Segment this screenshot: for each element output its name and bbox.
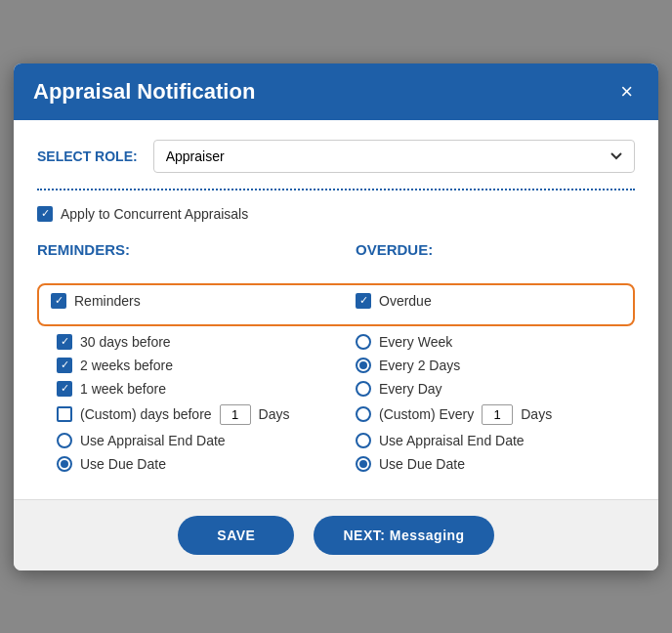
cb-2weeks[interactable]: ✓	[57, 358, 72, 373]
overdue-options: Every Week Every 2 Days Every Day (Custo…	[336, 334, 635, 480]
reminders-main-label: Reminders	[74, 293, 141, 309]
close-button[interactable]: ×	[614, 79, 639, 105]
radio-end-date[interactable]	[57, 433, 72, 448]
reminders-options: ✓ 30 days before ✓ 2 weeks before ✓ 1 we…	[37, 334, 336, 480]
dialog-body: SELECT ROLE: Appraiser Reviewer Manager …	[14, 120, 658, 499]
dotted-divider	[37, 189, 635, 190]
overdue-header: OVERDUE:	[356, 241, 635, 258]
reminders-header: REMINDERS:	[37, 241, 316, 258]
overdue-option-every-day: Every Day	[356, 381, 635, 397]
dialog-title: Appraisal Notification	[33, 79, 255, 105]
overdue-main-label: Overdue	[379, 293, 432, 309]
select-role-label: SELECT ROLE:	[37, 148, 138, 164]
appraisal-notification-dialog: Appraisal Notification × SELECT ROLE: Ap…	[14, 63, 658, 570]
overdue-main-checkbox[interactable]: ✓	[356, 293, 371, 309]
reminders-option-due-date: Use Due Date	[37, 456, 316, 472]
reminders-option-1week: ✓ 1 week before	[37, 381, 316, 397]
custom-days-input[interactable]	[220, 404, 251, 425]
highlight-section: ✓ Reminders ✓ Overdue	[37, 283, 635, 326]
select-role-row: SELECT ROLE: Appraiser Reviewer Manager	[37, 140, 635, 173]
cb-1week[interactable]: ✓	[57, 381, 72, 397]
overdue-main-row: ✓ Overdue	[356, 293, 621, 309]
cb-custom-days[interactable]	[57, 406, 72, 422]
overdue-custom-input[interactable]	[482, 404, 513, 425]
overdue-option-due-date: Use Due Date	[356, 456, 635, 472]
reminders-option-custom: (Custom) days before Days	[37, 404, 316, 425]
dialog-footer: SAVE NEXT: Messaging	[14, 499, 658, 570]
radio-due-date[interactable]	[57, 456, 72, 472]
role-select[interactable]: Appraiser Reviewer Manager	[153, 140, 635, 173]
reminders-main-checkbox[interactable]: ✓	[51, 293, 66, 309]
radio-overdue-end-date[interactable]	[356, 433, 371, 448]
save-button[interactable]: SAVE	[178, 516, 294, 555]
concurrent-checkbox[interactable]: ✓	[37, 206, 53, 222]
radio-every-week[interactable]	[356, 334, 371, 350]
reminders-main-col: ✓ Reminders	[51, 293, 336, 316]
radio-overdue-due-date[interactable]	[356, 456, 371, 472]
reminders-option-2weeks: ✓ 2 weeks before	[37, 358, 316, 373]
reminders-option-end-date: Use Appraisal End Date	[37, 433, 316, 448]
concurrent-row: ✓ Apply to Concurrent Appraisals	[37, 206, 635, 222]
radio-every-day[interactable]	[356, 381, 371, 397]
overdue-option-custom: (Custom) Every Days	[356, 404, 635, 425]
radio-every-2days[interactable]	[356, 358, 371, 373]
radio-custom-every[interactable]	[356, 406, 371, 422]
overdue-main-col: ✓ Overdue	[336, 293, 621, 316]
reminders-main-row: ✓ Reminders	[51, 293, 316, 309]
concurrent-label: Apply to Concurrent Appraisals	[61, 206, 248, 222]
next-messaging-button[interactable]: NEXT: Messaging	[314, 516, 493, 555]
cb-30days[interactable]: ✓	[57, 334, 72, 350]
reminders-option-30days: ✓ 30 days before	[37, 334, 316, 350]
overdue-option-end-date: Use Appraisal End Date	[356, 433, 635, 448]
overdue-option-every-2days: Every 2 Days	[356, 358, 635, 373]
dialog-header: Appraisal Notification ×	[14, 63, 658, 120]
overdue-option-every-week: Every Week	[356, 334, 635, 350]
